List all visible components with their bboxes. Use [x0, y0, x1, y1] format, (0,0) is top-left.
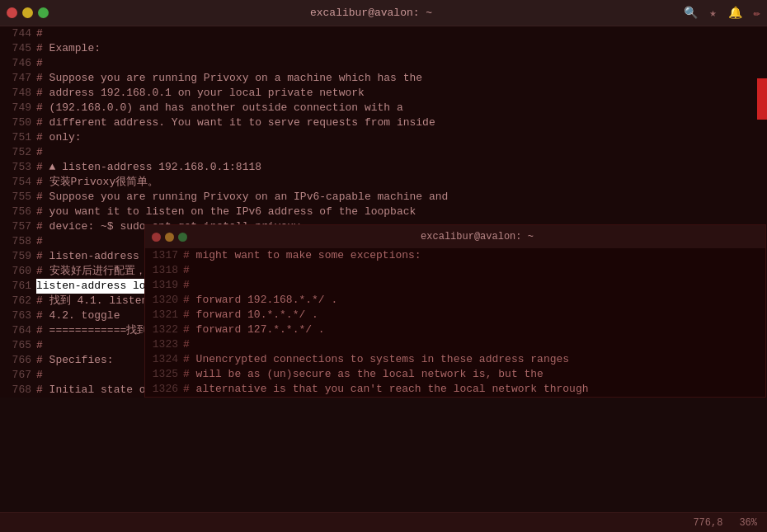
overlay-line-number: 1327 — [148, 397, 183, 398]
line-number: 763 — [5, 308, 36, 323]
overlay-line-number: 1324 — [148, 352, 183, 367]
line-number: 762 — [5, 294, 36, 308]
overlay-min-button[interactable] — [165, 233, 174, 242]
overlay-line-number: 1325 — [148, 367, 183, 382]
overlay-line-number: 1326 — [148, 382, 183, 397]
line-number: 766 — [5, 353, 36, 368]
search-icon[interactable]: 🔍 — [684, 6, 698, 20]
line-number: 760 — [5, 264, 36, 279]
line-content: # — [36, 26, 43, 41]
line-number: 749 — [5, 101, 36, 115]
overlay-line-content: # Unencrypted connections to systems in … — [183, 352, 569, 367]
overlay-terminal-line: 1322# forward 127.*.*.*/ . — [145, 322, 765, 337]
overlay-line-content: # — [183, 263, 190, 278]
status-bar: 776,8 36% — [0, 512, 767, 532]
overlay-content: 1317# might want to make some exceptions… — [145, 248, 765, 398]
line-number: 768 — [5, 383, 36, 398]
overlay-terminal[interactable]: excalibur@avalon: ~ 1317# might want to … — [144, 224, 766, 398]
line-content: # — [36, 56, 43, 71]
line-number: 750 — [5, 115, 36, 130]
bookmark-icon[interactable]: ★ — [709, 6, 716, 20]
overlay-title-bar: excalibur@avalon: ~ — [145, 225, 765, 248]
terminal-line: 747# Suppose you are running Privoxy on … — [0, 71, 767, 86]
overlay-close-button[interactable] — [152, 233, 161, 242]
overlay-line-content: # forward 127.*.*.*/ . — [183, 322, 325, 337]
line-content: # Suppose you are running Privoxy on a m… — [36, 71, 422, 86]
edit-icon[interactable]: ✏ — [754, 6, 760, 20]
line-number: 758 — [5, 234, 36, 249]
line-content: # Example: — [36, 41, 101, 56]
overlay-window-controls[interactable] — [152, 233, 187, 242]
bell-icon[interactable]: 🔔 — [728, 6, 742, 20]
terminal-line: 748# address 192.168.0.1 on your local p… — [0, 86, 767, 101]
terminal-line: 755# Suppose you are running Privoxy on … — [0, 190, 767, 205]
terminal-line: 754# 安装Privoxy很简单。 — [0, 175, 767, 190]
line-number: 767 — [5, 368, 36, 383]
terminal-main[interactable]: 744#745# Example:746#747# Suppose you ar… — [0, 26, 767, 398]
line-number: 759 — [5, 249, 36, 264]
minimize-button[interactable] — [22, 7, 33, 18]
overlay-terminal-line: 1319# — [145, 278, 765, 293]
line-number: 755 — [5, 190, 36, 205]
overlay-line-content: # alternative is that you can't reach th… — [183, 382, 589, 397]
overlay-line-content: # might want to make some exceptions: — [183, 248, 421, 263]
overlay-line-content: # will be as (un)secure as the local net… — [183, 367, 543, 382]
terminal-line: 752# — [0, 145, 767, 160]
line-content: # ▲ listen-address 192.168.0.1:8118 — [36, 160, 261, 175]
toolbar-icons: 🔍 ★ 🔔 ✏ — [684, 6, 760, 20]
terminal-line: 745# Example: — [0, 41, 767, 56]
line-number: 754 — [5, 175, 36, 190]
overlay-line-content: # forward 10.*.*.*/ . — [183, 308, 318, 322]
overlay-terminal-line: 1320# forward 192.168.*.*/ . — [145, 293, 765, 308]
line-content: # — [36, 338, 43, 353]
overlay-window-title: excalibur@avalon: ~ — [195, 231, 759, 242]
line-content: # (192.168.0.0) and has another outside … — [36, 101, 403, 115]
maximize-button[interactable] — [38, 7, 49, 18]
overlay-line-number: 1320 — [148, 293, 183, 308]
line-content: # address 192.168.0.1 on your local priv… — [36, 86, 365, 101]
scroll-percent: 36% — [739, 517, 757, 529]
overlay-terminal-line: 1324# Unencrypted connections to systems… — [145, 352, 765, 367]
terminal-line: 750# different address. You want it to s… — [0, 115, 767, 130]
terminal-line: 749# (192.168.0.0) and has another outsi… — [0, 101, 767, 115]
red-accent-block — [757, 78, 767, 120]
close-button[interactable] — [7, 7, 17, 18]
line-number: 747 — [5, 71, 36, 86]
overlay-terminal-line: 1318# — [145, 263, 765, 278]
overlay-terminal-line: 1321# forward 10.*.*.*/ . — [145, 308, 765, 322]
terminal-line: 751# only: — [0, 130, 767, 145]
window-controls[interactable] — [7, 7, 49, 18]
line-content: # different address. You want it to serv… — [36, 115, 435, 130]
line-number: 746 — [5, 56, 36, 71]
line-number: 765 — [5, 338, 36, 353]
terminal-line: 746# — [0, 56, 767, 71]
window-title: excalibur@avalon: ~ — [59, 7, 684, 19]
line-content: # 4.2. toggle — [36, 308, 120, 323]
line-content: # Specifies: — [36, 353, 114, 368]
line-number: 757 — [5, 219, 36, 234]
terminal-line: 753# ▲ listen-address 192.168.0.1:8118 — [0, 160, 767, 175]
line-content: # 安装Privoxy很简单。 — [36, 175, 158, 190]
line-content: # you want it to listen on the IPv6 addr… — [36, 205, 416, 219]
line-number: 752 — [5, 145, 36, 160]
line-content: # only: — [36, 130, 82, 145]
overlay-line-number: 1323 — [148, 337, 183, 352]
overlay-line-number: 1322 — [148, 322, 183, 337]
line-number: 761 — [5, 279, 36, 294]
overlay-terminal-line: 1326# alternative is that you can't reac… — [145, 382, 765, 397]
overlay-line-content: # — [183, 337, 190, 352]
overlay-terminal-line: 1327# Privoxy at all. Of course this may… — [145, 397, 765, 398]
line-number: 744 — [5, 26, 36, 41]
line-number: 753 — [5, 160, 36, 175]
overlay-line-number: 1318 — [148, 263, 183, 278]
line-number: 751 — [5, 130, 36, 145]
overlay-terminal-line: 1323# — [145, 337, 765, 352]
line-content: # — [36, 234, 43, 249]
title-bar: excalibur@avalon: ~ 🔍 ★ 🔔 ✏ — [0, 0, 767, 26]
overlay-terminal-line: 1317# might want to make some exceptions… — [145, 248, 765, 263]
overlay-line-content: # Privoxy at all. Of course this may act… — [183, 397, 569, 398]
cursor-position: 776,8 — [693, 517, 722, 529]
overlay-max-button[interactable] — [178, 233, 187, 242]
line-number: 748 — [5, 86, 36, 101]
line-number: 764 — [5, 323, 36, 338]
